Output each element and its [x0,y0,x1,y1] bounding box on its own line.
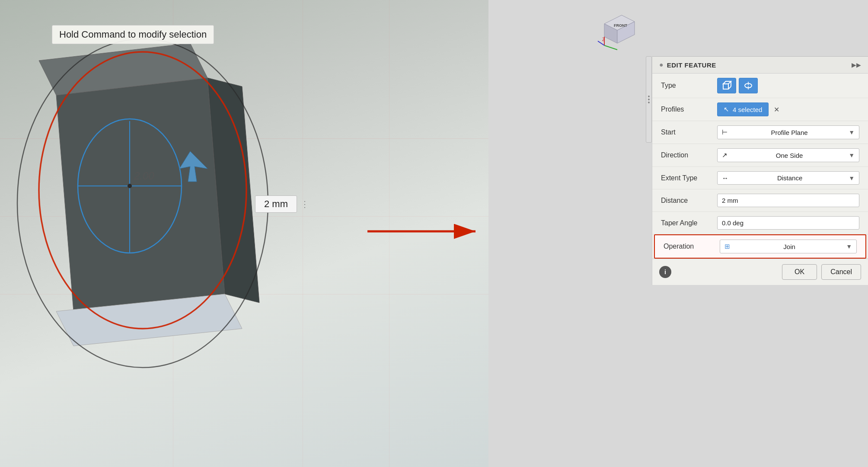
type-label: Type [661,82,717,90]
extent-type-dropdown[interactable]: ↔ Distance ▼ [717,171,859,185]
info-button[interactable]: i [659,266,671,278]
distance-input[interactable]: 2 mm [717,194,859,207]
svg-line-18 [604,45,617,50]
operation-label: Operation [664,243,720,250]
type-button-1[interactable] [717,78,736,93]
svg-marker-23 [723,81,731,84]
tooltip: Hold Command to modify selection [52,25,214,44]
more-options-icon[interactable]: ⋮ [300,199,309,209]
nav-cube[interactable]: FRONT Z [596,4,643,52]
distance-control: 2 mm [717,194,859,207]
profiles-label: Profiles [661,106,717,113]
distance-label: Distance [661,197,717,205]
start-label: Start [661,128,717,136]
dimension-value: 2 mm [255,195,297,213]
extent-icon: ↔ [722,174,728,182]
direction-control: ↗ One Side ▼ [717,148,859,162]
revolve-icon [743,80,753,91]
taper-angle-input[interactable]: 0.0 deg [717,216,859,230]
panel-title: EDIT FEATURE [667,61,716,69]
direction-dropdown[interactable]: ↗ One Side ▼ [717,148,859,162]
panel-resize-handle[interactable] [646,56,652,143]
svg-text:2.00: 2.00 [134,170,154,182]
direction-row: Direction ↗ One Side ▼ [652,144,868,167]
viewport[interactable]: 2.00 Hold Command to modify selection 2 … [0,0,488,467]
start-control: ⊢ Profile Plane ▼ [717,125,859,139]
panel-header-icon: ● [659,61,664,69]
operation-control: ⊞ Join ▼ [720,240,857,253]
info-icon: i [664,269,666,275]
panel-footer: i OK Cancel [652,259,868,285]
edit-feature-panel: ● EDIT FEATURE ▶▶ Type P [652,56,868,285]
start-value: Profile Plane [771,129,808,136]
chevron-down-icon: ▼ [846,243,852,250]
taper-angle-value: 0.0 deg [722,219,744,227]
svg-point-9 [128,184,132,188]
extrude-icon [721,80,732,91]
annotation-arrow [363,218,488,244]
start-icon: ⊢ [722,128,728,136]
tooltip-text: Hold Command to modify selection [59,29,207,40]
handle-dot [648,102,650,103]
ok-button[interactable]: OK [782,264,817,280]
taper-angle-label: Taper Angle [661,219,717,227]
type-button-2[interactable] [739,78,758,93]
profiles-control: ↖ 4 selected ✕ [717,102,859,116]
chevron-down-icon: ▼ [849,152,855,159]
direction-value: One Side [776,152,803,159]
operation-row: Operation ⊞ Join ▼ [654,234,866,259]
cursor-icon: ↖ [724,106,729,113]
start-row: Start ⊢ Profile Plane ▼ [652,121,868,144]
chevron-down-icon: ▼ [849,129,855,136]
extent-type-label: Extent Type [661,174,717,182]
direction-label: Direction [661,151,717,159]
extent-type-row: Extent Type ↔ Distance ▼ [652,167,868,189]
handle-dot [648,96,650,97]
profiles-count: 4 selected [733,106,762,113]
taper-angle-row: Taper Angle 0.0 deg [652,212,868,234]
type-row: Type [652,74,868,98]
svg-marker-0 [56,78,225,311]
cancel-button[interactable]: Cancel [821,264,861,280]
direction-icon: ↗ [722,151,728,159]
extent-type-value: Distance [777,174,802,182]
svg-text:FRONT: FRONT [614,23,627,28]
operation-dropdown[interactable]: ⊞ Join ▼ [720,240,857,253]
profiles-row: Profiles ↖ 4 selected ✕ [652,98,868,121]
start-dropdown[interactable]: ⊢ Profile Plane ▼ [717,125,859,139]
profiles-button[interactable]: ↖ 4 selected [717,102,769,116]
taper-angle-control: 0.0 deg [717,216,859,230]
extent-type-control: ↔ Distance ▼ [717,171,859,185]
type-control [717,78,859,93]
dimension-badge[interactable]: 2 mm ⋮ [255,195,309,213]
operation-value: Join [783,243,795,250]
distance-value: 2 mm [722,197,738,204]
join-icon: ⊞ [724,243,730,250]
panel-expand-icon[interactable]: ▶▶ [852,61,861,68]
profiles-clear-button[interactable]: ✕ [771,105,782,115]
svg-text:Z: Z [602,37,605,42]
handle-dot [648,99,650,100]
panel-header: ● EDIT FEATURE ▶▶ [652,57,868,74]
svg-rect-22 [723,84,728,89]
chevron-down-icon: ▼ [849,175,855,182]
distance-row: Distance 2 mm [652,189,868,212]
